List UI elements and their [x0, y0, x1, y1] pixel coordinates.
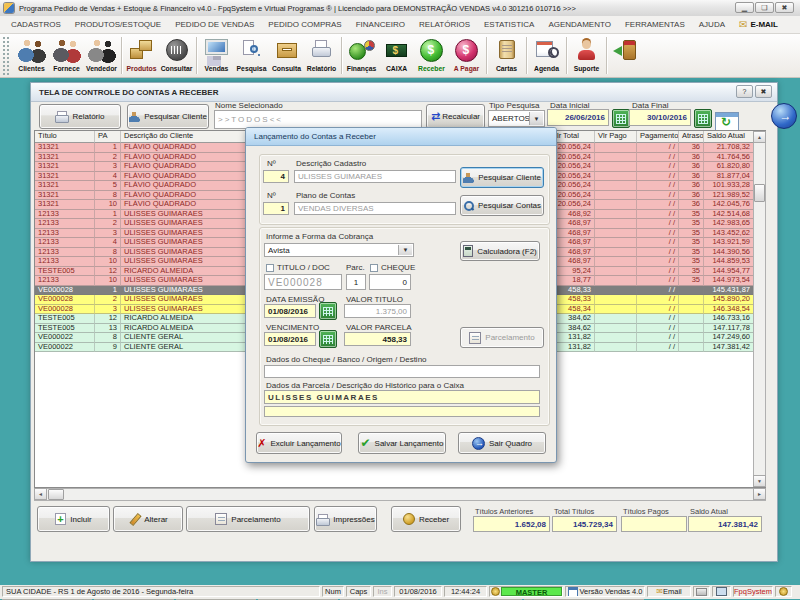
scroll-down-icon[interactable]: ▼ [753, 475, 766, 487]
table-cell: / / [637, 143, 679, 153]
restore-button[interactable]: ❏ [755, 2, 774, 13]
valor-parcela-field[interactable]: 458,33 [344, 332, 411, 346]
cheque-checkbox[interactable] [370, 264, 378, 272]
titulo-doc-field[interactable]: VE000028 [264, 274, 342, 290]
toolbar-item-agenda[interactable]: Agenda [529, 34, 564, 77]
date-start-input[interactable]: 26/06/2016 [547, 109, 609, 126]
menu-item-pedido-de-vendas[interactable]: PEDIDO DE VENDAS [168, 16, 261, 34]
recalculate-button[interactable]: Recalcular [426, 104, 485, 129]
toolbar-item-caixa[interactable]: CAIXA [379, 34, 414, 77]
report-button[interactable]: Relatório [39, 104, 121, 129]
toolbar-item-consultar[interactable]: Consultar [159, 34, 194, 77]
cheque-dados-field[interactable] [264, 365, 540, 378]
menu-item-financeiro[interactable]: FINANCEIRO [349, 16, 412, 34]
emissao-field[interactable]: 01/08/2016 [264, 304, 316, 318]
vertical-scrollbar[interactable]: ▲ ▼ [753, 131, 766, 487]
footer-button-receber[interactable]: Receber [391, 506, 461, 532]
toolbar-item-exit[interactable] [609, 34, 644, 77]
vencimento-field[interactable]: 01/08/2016 [264, 332, 316, 346]
exit-modal-button[interactable]: Sair Quadro [458, 432, 546, 454]
go-arrow-icon[interactable] [771, 103, 797, 129]
menu-item-cadastros[interactable]: CADASTROS [4, 16, 68, 34]
cadastro-num-field[interactable]: 4 [263, 170, 289, 183]
table-cell: 36 [679, 191, 704, 201]
search-accounts-button[interactable]: Pesquisar Contas [460, 195, 544, 216]
toolbar-item-relatrio[interactable]: Relatório [304, 34, 339, 77]
toolbar-item-cartas[interactable]: Cartas [489, 34, 524, 77]
menu-item-produtos-estoque[interactable]: PRODUTOS/ESTOQUE [68, 16, 168, 34]
table-cell: / / [637, 314, 679, 324]
footer-button-impresses[interactable]: Impressões [314, 506, 377, 532]
toolbar-item-vendas[interactable]: Vendas [199, 34, 234, 77]
menu-item-estatistica[interactable]: ESTATISTICA [477, 16, 541, 34]
scroll-up-icon[interactable]: ▲ [753, 131, 766, 143]
scroll-right-icon[interactable]: ► [753, 488, 766, 500]
column-header[interactable]: PA [95, 131, 121, 143]
footer-button-parcelamento[interactable]: Parcelamento [186, 506, 310, 532]
plano-num-field[interactable]: 1 [263, 202, 289, 215]
search-type-select[interactable]: ABERTOS ▼ [488, 110, 545, 127]
modal-search-client-button[interactable]: Pesquisar Cliente [460, 167, 544, 188]
calendar-icon[interactable] [694, 109, 712, 128]
column-header[interactable]: Título [35, 131, 95, 143]
parcelamento-button[interactable]: Parcelamento [460, 327, 544, 348]
toolbar-item-finanas[interactable]: Finanças [344, 34, 379, 77]
save-entry-button[interactable]: Salvar Lançamento [358, 432, 446, 454]
historico-field[interactable]: ULISSES GUIMARAES [264, 390, 540, 404]
menu-item-pedido-compras[interactable]: PEDIDO COMPRAS [261, 16, 348, 34]
historico-field-2[interactable] [264, 406, 540, 417]
menu-item-ferramentas[interactable]: FERRAMENTAS [618, 16, 692, 34]
table-cell: 3 [95, 305, 121, 315]
calendar-icon[interactable] [319, 330, 337, 348]
toolbar-item-vendedor[interactable]: Vendedor [84, 34, 119, 77]
toolbar-item-fornece[interactable]: Fornece [49, 34, 84, 77]
toolbar-item-apagar[interactable]: A Pagar [449, 34, 484, 77]
titulo-doc-checkbox[interactable] [266, 264, 274, 272]
status-cell-email[interactable]: ✉ Email [647, 586, 691, 597]
toolbar-item-pesquisa[interactable]: Pesquisa [234, 34, 269, 77]
toolbar-item-produtos[interactable]: Produtos [124, 34, 159, 77]
footer-button-alterar[interactable]: Alterar [113, 506, 183, 532]
cadastro-desc-field[interactable]: ULISSES GUIMARAES [294, 170, 456, 183]
blue-arrow-icon [472, 437, 485, 450]
cheque-field[interactable]: 0 [369, 274, 411, 290]
total-label: Títulos Pagos [623, 507, 669, 516]
column-header[interactable]: Saldo Atual [704, 131, 754, 143]
calendar-icon[interactable] [612, 109, 630, 128]
valor-titulo-field[interactable]: 1.375,00 [344, 304, 411, 318]
toolbar-item-suporte[interactable]: Suporte [569, 34, 604, 77]
column-header[interactable]: Descrição do Cliente [121, 131, 249, 143]
column-header[interactable]: Vlr Pago [595, 131, 637, 143]
toolbar-item-clientes[interactable]: Clientes [14, 34, 49, 77]
toolbar-item-receber[interactable]: Receber [414, 34, 449, 77]
table-cell: RICARDO ALMEIDA [121, 324, 249, 334]
column-header[interactable]: Atraso [679, 131, 704, 143]
menu-item-relat-rios[interactable]: RELATÓRIOS [412, 16, 477, 34]
table-cell: FLÁVIO QUADRADO [121, 200, 249, 210]
refresh-window-icon[interactable] [715, 112, 739, 132]
date-end-input[interactable]: 30/10/2016 [629, 109, 691, 126]
toolbar-item-consulta[interactable]: Consulta [269, 34, 304, 77]
footer-button-incluir[interactable]: Incluir [37, 506, 110, 532]
calculator-button[interactable]: Calculadora (F2) [460, 241, 540, 261]
scroll-left-icon[interactable]: ◄ [34, 488, 47, 500]
window-close-button[interactable]: ✖ [755, 85, 772, 98]
titulo-doc-label: TITULO / DOC [277, 263, 330, 272]
delete-entry-button[interactable]: Excluir Lançamento [256, 432, 342, 454]
cobranca-select[interactable]: Avista ▼ [264, 243, 414, 257]
minimize-button[interactable]: ▁ [735, 2, 754, 13]
plano-field[interactable]: VENDAS DIVERSAS [294, 202, 456, 215]
notes-icon [215, 513, 227, 525]
column-header[interactable]: Pagamento [637, 131, 679, 143]
horizontal-scrollbar[interactable]: ◄ ► [34, 488, 766, 501]
menu-item-agendamento[interactable]: AGENDAMENTO [541, 16, 618, 34]
scroll-thumb[interactable] [754, 184, 765, 202]
calendar-icon[interactable] [319, 302, 337, 320]
search-client-button[interactable]: Pesquisar Cliente [127, 104, 209, 129]
scroll-thumb[interactable] [48, 489, 64, 500]
menu-item-email[interactable]: ✉E-MAIL [732, 16, 785, 34]
parc-field[interactable]: 1 [346, 274, 366, 290]
help-button[interactable]: ? [736, 85, 753, 98]
menu-item-ajuda[interactable]: AJUDA [692, 16, 732, 34]
close-button[interactable]: ✖ [775, 2, 794, 13]
